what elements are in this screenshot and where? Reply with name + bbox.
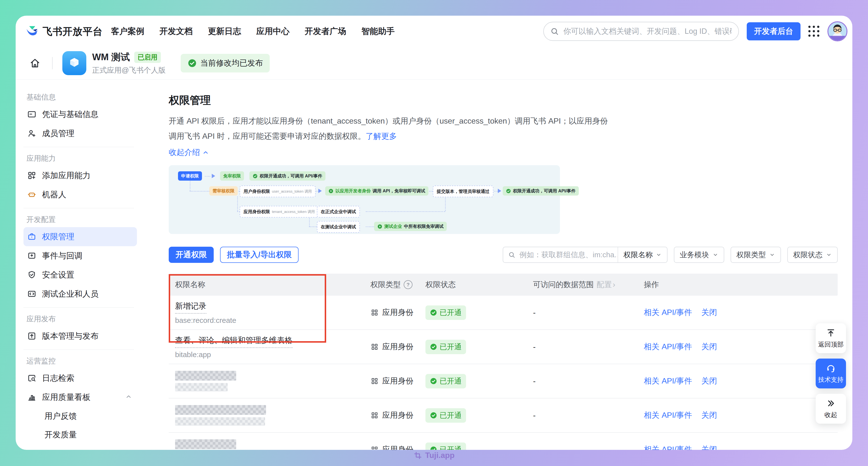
chevron-up-icon (203, 149, 209, 156)
check-circle-icon (430, 446, 437, 450)
brand[interactable]: 飞书开放平台 (25, 24, 103, 38)
back-to-top-button[interactable]: 返回顶部 (816, 323, 846, 353)
nav-app-center[interactable]: 应用中心 (256, 26, 289, 37)
sidebar-subitem-user-feedback[interactable]: 用户反馈 (24, 407, 150, 426)
permission-flow-diagram: 申请权限 免审权限 权限开通成功，可调用 API/事件 需审核权限 用户身份权限… (169, 165, 560, 234)
flow-pill-success-2: 权限开通成功，可调用 API/事件 (503, 186, 579, 196)
check-circle-icon (188, 58, 197, 68)
flow-pill-dev-identity: 以应用开发者身份调用 API，免审核即可调试 (325, 186, 428, 196)
flow-pill-test-org: 测试企业中所有权限免审调试 (374, 222, 447, 231)
redacted-permission-code (175, 383, 228, 391)
nav-dev-plaza[interactable]: 开发者广场 (305, 26, 346, 37)
search-field-select[interactable]: 权限名称 (618, 247, 667, 262)
flow-connector (445, 197, 446, 211)
nav-customer-cases[interactable]: 客户案例 (111, 26, 144, 37)
related-api-link[interactable]: 相关 API/事件 (644, 307, 692, 318)
close-permission-link[interactable]: 关闭 (701, 342, 717, 352)
status-filter-dropdown[interactable]: 权限状态 (787, 247, 838, 263)
apps-grid-icon[interactable] (808, 26, 819, 37)
floating-buttons: 返回顶部 技术支持 收起 (816, 323, 846, 424)
flow-connector (190, 191, 209, 192)
header-scope: 可访问的数据范围 配置› (533, 280, 644, 290)
nav-changelog[interactable]: 更新日志 (208, 26, 241, 37)
feishu-logo-icon (25, 24, 39, 38)
permission-search-box[interactable]: 权限名称 (503, 247, 668, 263)
redacted-permission-name (175, 371, 236, 381)
sidebar-section-capability: 应用能力 (26, 153, 150, 164)
sidebar-item-members[interactable]: 成员管理 (24, 124, 137, 143)
app-header-bar: WM 测试 已启用 正式应用@飞书个人版 当前修改均已发布 (16, 47, 852, 80)
chevron-down-icon (826, 252, 832, 258)
flow-node-need-review: 需审核权限 (209, 186, 238, 196)
collapse-panel-button[interactable]: 收起 (816, 394, 846, 424)
code-brackets-icon (27, 289, 37, 299)
sidebar-subitem-dev-quality[interactable]: 开发质量 (24, 426, 150, 444)
permission-search-input[interactable] (519, 251, 618, 259)
collapse-intro-link[interactable]: 收起介绍 (169, 147, 209, 158)
close-permission-link[interactable]: 关闭 (701, 410, 717, 421)
global-search-box[interactable] (543, 22, 739, 41)
chevron-up-icon[interactable] (125, 393, 132, 401)
home-button[interactable] (28, 56, 42, 70)
app-icon (62, 51, 86, 75)
sidebar-item-test-org[interactable]: 测试企业和人员 (24, 284, 137, 303)
check-circle-icon (253, 174, 258, 179)
related-api-link[interactable]: 相关 API/事件 (644, 444, 692, 450)
module-filter-dropdown[interactable]: 业务模块 (674, 247, 724, 263)
permission-name[interactable]: 新增记录 (175, 301, 206, 314)
data-scope: - (533, 411, 644, 420)
table-row: 查看、评论、编辑和管理多维表格 bitable:app 应用身份 已开通 - 相… (169, 330, 838, 364)
scope-config-link[interactable]: 配置› (597, 280, 615, 290)
developer-console-button[interactable]: 开发者后台 (747, 22, 801, 40)
flow-connector (237, 197, 238, 211)
data-scope: - (533, 377, 644, 386)
sidebar-item-add-capability[interactable]: 添加应用能力 (24, 166, 137, 185)
page-title: 权限管理 (169, 93, 838, 108)
nav-dev-docs[interactable]: 开发文档 (159, 26, 193, 37)
batch-import-export-button[interactable]: 批量导入/导出权限 (220, 247, 299, 263)
sidebar-item-security[interactable]: 安全设置 (24, 265, 137, 284)
credential-card-icon (27, 109, 37, 119)
nav-ai-assistant[interactable]: 智能助手 (361, 26, 395, 37)
check-circle-icon (430, 309, 437, 316)
flow-arrow-icon (498, 189, 501, 193)
global-search-input[interactable] (563, 27, 732, 36)
permission-name[interactable]: 查看、评论、编辑和管理多维表格 (175, 335, 292, 348)
flow-connector (309, 226, 317, 227)
upload-square-icon (27, 331, 37, 341)
related-api-link[interactable]: 相关 API/事件 (644, 376, 692, 386)
sidebar-item-quality-dashboard[interactable]: 应用质量看板 (24, 388, 137, 407)
app-name: WM 测试 (92, 51, 130, 63)
user-avatar[interactable] (828, 21, 847, 41)
redacted-permission-code (175, 417, 265, 426)
close-permission-link[interactable]: 关闭 (701, 376, 717, 386)
close-permission-link[interactable]: 关闭 (701, 307, 717, 318)
sidebar-item-bot[interactable]: 机器人 (24, 185, 137, 204)
redacted-permission-name (175, 439, 236, 449)
divider (24, 349, 134, 350)
flow-connector (366, 226, 374, 227)
published-status-pill: 当前修改均已发布 (181, 54, 270, 72)
related-api-link[interactable]: 相关 API/事件 (644, 410, 692, 421)
help-icon[interactable]: ? (404, 280, 412, 289)
close-permission-link[interactable]: 关闭 (701, 444, 717, 450)
sidebar-item-events[interactable]: 事件与回调 (24, 246, 137, 265)
flow-box-debug-prod: 在正式企业中调试 (317, 206, 360, 217)
filters: 权限名称 业务模块 权限类型 权限状态 (503, 247, 838, 263)
sidebar-item-log-search[interactable]: 日志检索 (24, 369, 137, 388)
flow-connector (237, 211, 240, 212)
learn-more-link[interactable]: 了解更多 (366, 132, 397, 141)
related-api-link[interactable]: 相关 API/事件 (644, 342, 692, 352)
description-line2: 调用飞书 API 时，应用可能还需要申请对应的数据权限。了解更多 (169, 128, 838, 144)
sidebar-item-credentials[interactable]: 凭证与基础信息 (24, 105, 137, 124)
table-row: 应用身份 已开通 - 相关 API/事件关闭 (169, 433, 838, 450)
open-permission-button[interactable]: 开通权限 (169, 247, 214, 263)
tech-support-button[interactable]: 技术支持 (816, 358, 846, 388)
divider (24, 208, 134, 208)
sidebar-item-permissions[interactable]: 权限管理 (24, 227, 137, 246)
check-circle-icon (430, 343, 437, 350)
watermark: Tuji.app (413, 451, 455, 460)
type-filter-dropdown[interactable]: 权限类型 (731, 247, 781, 263)
permission-code: bitable:app (175, 350, 370, 359)
sidebar-item-version-release[interactable]: 版本管理与发布 (24, 326, 137, 346)
